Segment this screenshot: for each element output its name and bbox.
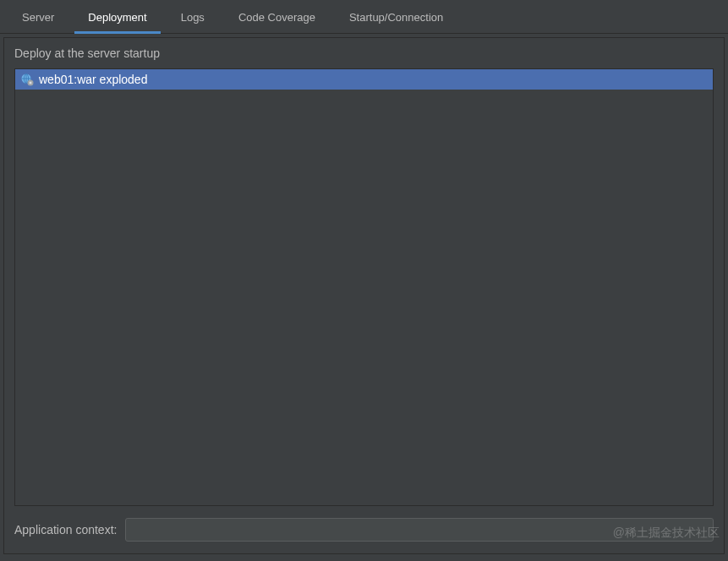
artifact-list[interactable]: web01:war exploded	[14, 68, 714, 506]
tab-server-label: Server	[22, 11, 54, 24]
tab-logs-label: Logs	[181, 11, 205, 24]
tab-bar: Server Deployment Logs Code Coverage Sta…	[0, 0, 728, 34]
application-context-row: Application context:	[14, 518, 714, 542]
tab-deployment[interactable]: Deployment	[74, 0, 160, 33]
web-artifact-icon	[20, 73, 34, 86]
tab-deployment-label: Deployment	[88, 11, 146, 24]
tab-server[interactable]: Server	[8, 0, 68, 33]
deploy-section-label: Deploy at the server startup	[14, 46, 714, 60]
svg-point-3	[30, 82, 32, 84]
artifact-item-label: web01:war exploded	[39, 73, 147, 86]
tab-code-coverage-label: Code Coverage	[238, 11, 315, 24]
application-context-input[interactable]	[125, 518, 714, 542]
application-context-label: Application context:	[14, 523, 117, 536]
tab-code-coverage[interactable]: Code Coverage	[225, 0, 329, 33]
tab-startup-connection-label: Startup/Connection	[349, 11, 443, 24]
tab-startup-connection[interactable]: Startup/Connection	[336, 0, 457, 33]
tab-logs[interactable]: Logs	[167, 0, 218, 33]
deployment-panel: Deploy at the server startup web01:war e…	[3, 37, 725, 554]
list-item[interactable]: web01:war exploded	[15, 69, 713, 90]
